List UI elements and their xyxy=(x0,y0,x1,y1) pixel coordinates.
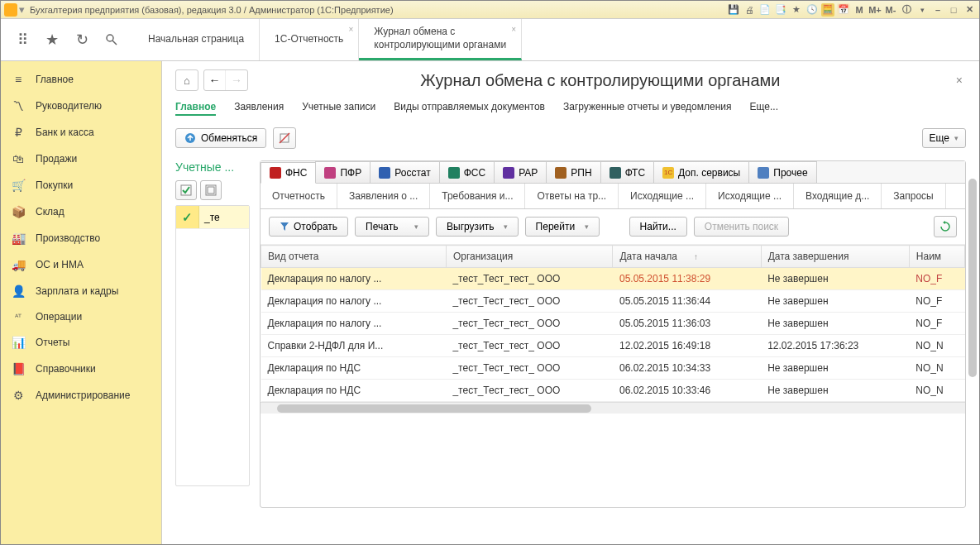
account-row[interactable]: ✓ _те xyxy=(176,206,249,229)
agency-tab-росстат[interactable]: Росстат xyxy=(370,161,439,183)
nav-catalogs[interactable]: 📕Справочники xyxy=(1,356,161,382)
exchange-button[interactable]: Обменяться xyxy=(175,128,266,148)
nav-assets[interactable]: 🚚ОС и НМА xyxy=(1,251,161,278)
agency-tab-фнс[interactable]: ФНС xyxy=(261,162,316,184)
close-window-button[interactable]: ✕ xyxy=(963,3,976,17)
accounts-list[interactable]: ✓ _те xyxy=(175,205,250,486)
agency-tab-рар[interactable]: РАР xyxy=(494,161,547,183)
table-row[interactable]: Справки 2-НДФЛ для И..._тест_Тест_тест_ … xyxy=(261,335,965,357)
more-menu-button[interactable]: Еще ▾ xyxy=(922,128,966,148)
check-all-button[interactable] xyxy=(175,180,197,200)
nav-admin[interactable]: ⚙Администрирование xyxy=(1,382,161,409)
table-row[interactable]: Декларация по налогу ..._тест_Тест_тест_… xyxy=(261,290,965,313)
uncheck-all-button[interactable] xyxy=(200,180,222,200)
table-row[interactable]: Декларация по НДС_тест_Тест_тест_ ООО06.… xyxy=(261,380,965,402)
calculator-icon[interactable]: 🧮 xyxy=(821,3,834,17)
home-button[interactable]: ⌂ xyxy=(175,69,198,91)
info-icon[interactable]: ⓘ xyxy=(900,3,913,17)
memory-mminus-button[interactable]: M- xyxy=(884,3,897,17)
table-row[interactable]: Декларация по НДС_тест_Тест_тест_ ООО06.… xyxy=(261,357,965,380)
agency-icon: 1C xyxy=(662,167,674,179)
nav-sales[interactable]: 🛍Продажи xyxy=(1,146,161,172)
calendar-icon[interactable]: 📅 xyxy=(837,3,850,17)
type-tab-6[interactable]: Входящие д... xyxy=(794,184,882,208)
ruble-icon: ₽ xyxy=(11,126,26,139)
nav-salary[interactable]: 👤Зарплата и кадры xyxy=(1,278,161,304)
goto-button[interactable]: Перейти xyxy=(525,217,600,237)
agency-tab-доп--сервисы[interactable]: 1CДоп. сервисы xyxy=(653,161,749,183)
compare-icon[interactable]: 📑 xyxy=(774,3,787,17)
col-report-type[interactable]: Вид отчета xyxy=(261,246,447,268)
agency-tab-рпн[interactable]: РПН xyxy=(546,161,600,183)
history-nav-icon[interactable]: ↻ xyxy=(74,31,90,48)
toggle-filter-button[interactable] xyxy=(273,127,296,149)
tab-exchange-journal[interactable]: Журнал обмена с контролирующими органами… xyxy=(359,19,522,60)
info-dropdown[interactable]: ▾ xyxy=(915,3,929,17)
nav-warehouse[interactable]: 📦Склад xyxy=(1,198,161,225)
minimize-button[interactable]: – xyxy=(931,3,944,17)
type-tab-2[interactable]: Требования и... xyxy=(430,184,525,208)
apps-grid-icon[interactable]: ⠿ xyxy=(14,31,31,48)
type-tab-3[interactable]: Ответы на тр... xyxy=(525,184,619,208)
section-tab-main[interactable]: Главное xyxy=(175,99,216,116)
print-icon[interactable]: 🖨 xyxy=(743,3,756,17)
favorite-icon[interactable]: ★ xyxy=(790,3,803,17)
account-checkbox[interactable]: ✓ xyxy=(176,206,199,228)
maximize-button[interactable]: □ xyxy=(947,3,960,17)
filter-button[interactable]: Отобрать xyxy=(269,217,348,237)
document-icon[interactable]: 📄 xyxy=(758,3,772,17)
grid-wrapper[interactable]: Вид отчета Организация Дата начала↑ Дата… xyxy=(261,245,965,507)
export-button[interactable]: Выгрузить xyxy=(436,217,519,237)
nav-bank[interactable]: ₽Банк и касса xyxy=(1,119,161,146)
col-label: Дата начала xyxy=(619,251,677,262)
type-tab-1[interactable]: Заявления о ... xyxy=(337,184,430,208)
save-icon[interactable]: 💾 xyxy=(727,3,740,17)
app-menu-dropdown[interactable]: ▾ xyxy=(19,3,25,16)
page-close-icon[interactable]: × xyxy=(953,70,966,90)
type-tab-0[interactable]: Отчетность xyxy=(261,184,337,208)
agency-tab-фтс[interactable]: ФТС xyxy=(600,161,654,183)
refresh-button[interactable] xyxy=(934,216,957,237)
nav-reports[interactable]: 📊Отчеты xyxy=(1,329,161,356)
memory-mplus-button[interactable]: M+ xyxy=(868,3,882,17)
nav-main[interactable]: ≡Главное xyxy=(1,66,161,93)
col-end-date[interactable]: Дата завершения xyxy=(761,246,909,268)
section-tab-loaded[interactable]: Загруженные отчеты и уведомления xyxy=(563,99,732,116)
section-tab-applications[interactable]: Заявления xyxy=(234,99,284,116)
type-tab-4[interactable]: Исходящие ... xyxy=(619,184,706,208)
nav-operations[interactable]: ᴬᵀОперации xyxy=(1,304,161,329)
nav-manager[interactable]: 〽Руководителю xyxy=(1,93,161,119)
tab-1c-reporting[interactable]: 1С-Отчетность × xyxy=(260,19,359,60)
nav-production[interactable]: 🏭Производство xyxy=(1,225,161,251)
search-icon[interactable] xyxy=(103,31,120,48)
vertical-scrollbar[interactable] xyxy=(967,177,978,491)
find-button[interactable]: Найти... xyxy=(629,217,687,237)
cancel-find-button[interactable]: Отменить поиск xyxy=(694,217,789,237)
table-row[interactable]: Декларация по налогу ..._тест_Тест_тест_… xyxy=(261,313,965,335)
print-button[interactable]: Печать xyxy=(355,217,429,237)
table-row[interactable]: Декларация по налогу ..._тест_Тест_тест_… xyxy=(261,268,965,290)
section-tab-more[interactable]: Еще... xyxy=(750,99,778,116)
nav-purchases[interactable]: 🛒Покупки xyxy=(1,172,161,198)
col-organization[interactable]: Организация xyxy=(446,246,613,268)
tab-close-icon[interactable]: × xyxy=(511,24,516,35)
tab-close-icon[interactable]: × xyxy=(349,24,354,35)
agency-tab-пфр[interactable]: ПФР xyxy=(315,161,370,183)
type-tab-5[interactable]: Исходящие ... xyxy=(706,184,794,208)
col-name[interactable]: Наим xyxy=(909,246,964,268)
agency-tab-фсс[interactable]: ФСС xyxy=(439,161,495,183)
back-button[interactable]: ← xyxy=(204,70,226,90)
section-tab-doc-types[interactable]: Виды отправляемых документов xyxy=(394,99,545,116)
type-tab-7[interactable]: Запросы xyxy=(882,184,945,208)
col-start-date[interactable]: Дата начала↑ xyxy=(613,246,761,268)
scrollbar-thumb[interactable] xyxy=(277,404,591,413)
tab-start-page[interactable]: Начальная страница xyxy=(133,19,260,60)
forward-button[interactable]: → xyxy=(226,70,247,90)
star-icon[interactable]: ★ xyxy=(44,31,60,48)
scrollbar-thumb[interactable] xyxy=(968,179,977,377)
agency-tab-прочее[interactable]: Прочее xyxy=(748,161,816,183)
section-tab-accounts[interactable]: Учетные записи xyxy=(302,99,375,116)
history-icon[interactable]: 🕓 xyxy=(806,3,819,17)
horizontal-scrollbar[interactable] xyxy=(261,402,965,414)
memory-m-button[interactable]: M xyxy=(853,3,866,17)
